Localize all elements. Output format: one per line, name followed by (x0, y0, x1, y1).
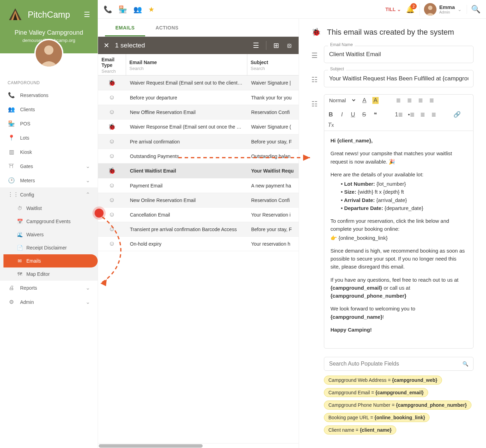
filter-icon[interactable]: ☰ (253, 41, 259, 50)
sidebar-item-campground-events[interactable]: 📅Campground Events (0, 215, 98, 228)
sidebar-item-reservations[interactable]: 📞Reservations (0, 88, 98, 102)
chevron-down-icon: ⌄ (86, 177, 90, 184)
sidebar-item-pos[interactable]: 🏪POS (0, 116, 98, 131)
email-name-cell: Before your departure (126, 90, 247, 105)
android-icon: 🐞 (311, 28, 321, 37)
sidebar-item-meters[interactable]: 🕑Meters⌄ (0, 173, 98, 187)
table-row[interactable]: ☺Pre arrival confirmationBefore your sta… (98, 134, 299, 149)
table-row[interactable]: ☺New Offline Reservation EmailReservatio… (98, 105, 299, 120)
store-icon[interactable]: 🏪 (118, 5, 127, 14)
email-name-input[interactable] (324, 46, 474, 63)
printer-icon: 🖨 (8, 285, 15, 291)
till-dropdown[interactable]: TILL ⌄ (385, 7, 401, 12)
notifications-button[interactable]: 🔔2 (406, 5, 415, 14)
highlight-icon[interactable]: A (372, 97, 379, 104)
subject-cell: Waiver Signature | (247, 76, 299, 90)
user-avatar[interactable] (34, 39, 63, 68)
search-icon[interactable]: 🔍 (467, 5, 480, 14)
body-icon: ☷ (311, 100, 318, 108)
auto-populate-chip[interactable]: Client name = {client_name} (324, 425, 396, 434)
table-row[interactable]: ☺Outstanding PaymentsOutstanding balan (98, 149, 299, 164)
outdent-icon[interactable]: ≣ (419, 111, 426, 118)
table-row[interactable]: ☺New Online Reservation EmailReservation… (98, 193, 299, 208)
align-left-icon[interactable]: ≣ (395, 97, 401, 104)
auto-populate-chip[interactable]: Campground Web Address = {campground_web… (324, 376, 442, 385)
ordered-list-icon[interactable]: 1≣ (395, 111, 403, 118)
table-row[interactable]: 🐞Waiver Request Email (Email sent out to… (98, 76, 299, 90)
table-row[interactable]: ☺Transient pre arrival confirmation Barc… (98, 222, 299, 237)
align-right-icon[interactable]: ≣ (417, 97, 424, 104)
subject-input[interactable] (324, 70, 474, 87)
auto-populate-input[interactable] (329, 361, 462, 367)
table-scroll[interactable]: Email TypeSearch Email NameSearch Subjec… (98, 54, 299, 443)
email-body-editor[interactable]: Hi {client_name}, Great news! your camps… (324, 131, 474, 349)
strike-icon[interactable]: S (361, 111, 367, 118)
subject-cell: A new payment ha (247, 178, 299, 193)
sidebar-item-kiosk[interactable]: ▥Kiosk (0, 145, 98, 159)
people-icon: 👥 (8, 106, 15, 113)
link-icon[interactable]: 🔗 (453, 111, 461, 118)
sidebar-item-gates[interactable]: ⛩Gates⌄ (0, 159, 98, 173)
bullet-list-icon[interactable]: •≣ (408, 111, 415, 118)
indent-icon[interactable]: ≣ (431, 111, 437, 118)
brand-name: PitchCamp (28, 10, 70, 20)
close-icon[interactable]: ✕ (104, 41, 109, 50)
col-email-name[interactable]: Email NameSearch (126, 54, 247, 76)
sidebar-item-admin[interactable]: ⚙Admin⌄ (0, 295, 98, 309)
table-row[interactable]: 🐞Client Waitlist EmailYour Waitlist Requ (98, 164, 299, 178)
font-color-icon[interactable]: A (361, 97, 368, 104)
tab-emails[interactable]: EMAILS (105, 19, 145, 36)
auto-populate-chip[interactable]: Campground Email = {campground_email} (324, 388, 428, 397)
selection-count: 1 selected (115, 42, 145, 49)
calendar-icon: 📅 (17, 219, 23, 224)
underline-icon[interactable]: U (350, 111, 356, 118)
hamburger-icon[interactable]: ☰ (84, 10, 90, 19)
tab-actions[interactable]: ACTIONS (145, 19, 189, 36)
topbar: 📞 🏪 👥 ★ TILL ⌄ 🔔2 Emma Admin ⌄ 🔍 (98, 0, 486, 19)
table-row[interactable]: 🐞Waiver Response Email (Email sent out o… (98, 120, 299, 134)
align-justify-icon[interactable]: ≣ (428, 97, 435, 104)
col-email-type[interactable]: Email TypeSearch (98, 54, 126, 76)
sidebar-item-config[interactable]: ⋮⋮Config⌃ (0, 187, 98, 202)
pin-icon: 📍 (8, 134, 15, 141)
auto-populate-chip[interactable]: Booking page URL = {online_booking_link} (324, 413, 430, 422)
clear-format-icon[interactable]: Tx (328, 122, 334, 129)
sidebar-item-receipt-disclaimer[interactable]: 📄Receipt Disclaimer (0, 241, 98, 254)
avatar-icon (424, 3, 436, 16)
subject-cell: Thank your for you (247, 90, 299, 105)
table-row[interactable]: ☺Payment EmailA new payment ha (98, 178, 299, 193)
align-center-icon[interactable]: ≣ (406, 97, 413, 104)
table-row[interactable]: ☺Cancellation EmailYour Reservation i (98, 208, 299, 222)
sidebar-item-waitlist[interactable]: ⏱Waitlist (0, 202, 98, 215)
horizontal-scrollbar[interactable] (98, 443, 299, 448)
bold-icon[interactable]: B (328, 111, 334, 118)
sidebar-item-reports[interactable]: 🖨Reports⌄ (0, 281, 98, 295)
auto-populate-chip[interactable]: Campground Phone Number = {campground_ph… (324, 401, 471, 410)
gear-icon: ⚙ (8, 299, 15, 305)
phone-icon[interactable]: 📞 (104, 5, 112, 14)
star-icon[interactable]: ★ (148, 5, 154, 14)
timer-icon: ⏱ (17, 205, 23, 211)
subject-cell: Waiver Signature ( (247, 120, 299, 134)
sidebar-item-clients[interactable]: 👥Clients (0, 102, 98, 116)
grid-icon: ⋮⋮ (8, 191, 15, 198)
text-short-icon: ☰ (311, 51, 318, 60)
add-icon[interactable]: ⊞ (273, 41, 279, 50)
people-icon[interactable]: 👥 (133, 5, 142, 14)
sidebar-item-lots[interactable]: 📍Lots (0, 131, 98, 145)
table-row[interactable]: ☺On-hold expiryYour reservation h (98, 237, 299, 251)
clock-icon: 🕑 (8, 177, 15, 184)
format-select[interactable]: Normal (328, 97, 356, 104)
auto-populate-search[interactable]: 🔍 (324, 357, 474, 371)
sidebar-item-emails[interactable]: ✉Emails (3, 254, 98, 267)
col-subject[interactable]: SubjectSearch (247, 54, 299, 76)
table-row[interactable]: ☺Before your departureThank your for you (98, 90, 299, 105)
sidebar-item-waivers[interactable]: 🌊Waivers (0, 228, 98, 241)
italic-icon[interactable]: I (339, 111, 345, 118)
email-name-cell: Payment Email (126, 178, 247, 193)
user-menu[interactable]: Emma Admin ⌄ (419, 3, 462, 16)
sidebar-item-map-editor[interactable]: 🗺Map Editor (0, 267, 98, 281)
chevron-down-icon: ⌄ (86, 284, 90, 291)
layers-off-icon[interactable]: ⦻ (286, 42, 293, 50)
quote-icon[interactable]: ❝ (372, 111, 378, 118)
